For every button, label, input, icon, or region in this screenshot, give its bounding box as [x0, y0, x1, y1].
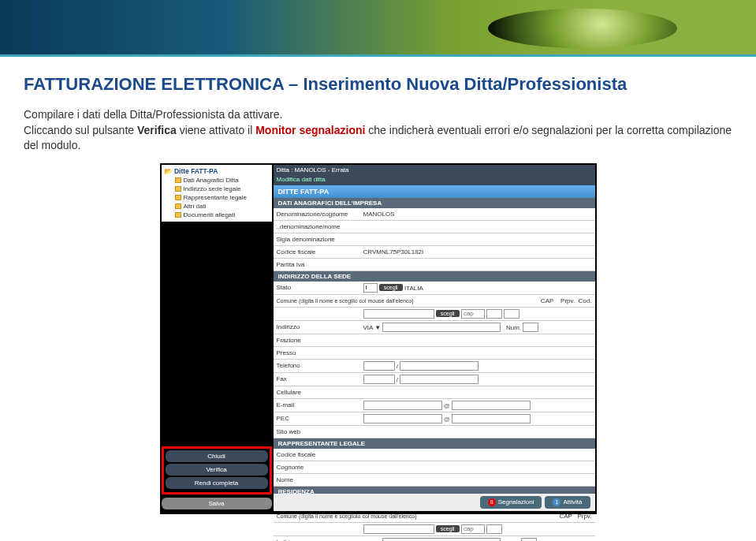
label-email: E-mail	[274, 400, 360, 410]
input-tel-pref[interactable]	[363, 361, 395, 371]
status-segnalazioni[interactable]: 8Segnalazioni	[480, 496, 542, 509]
section-rappresentante-header: RAPPRESENTANTE LEGALE	[274, 438, 595, 449]
value-cf[interactable]: CRVMNL75P30L182I	[360, 247, 595, 257]
label-sigla: Sigla denominazione	[274, 234, 360, 244]
label-nome: ..denominazione/nome	[274, 222, 360, 232]
section-anagrafici-header: DATI ANAGRAFICI DELL'IMPRESA	[274, 198, 595, 208]
intro-text: Compilare i dati della Ditta/Professioni…	[0, 101, 756, 155]
label-sito: Sito web	[274, 427, 360, 437]
input-cap[interactable]	[461, 309, 485, 319]
tree-item-rappresentante[interactable]: Rappresentante legale	[164, 193, 270, 202]
folder-icon	[175, 212, 181, 218]
btn-scegli-res-comune[interactable]: scegli	[436, 525, 460, 532]
input-res-indirizzo[interactable]	[382, 538, 501, 541]
label-denominazione: Denominazione/cognome	[274, 209, 360, 219]
form-subtitle: Modifica dati ditta	[274, 175, 595, 185]
input-pec-user[interactable]	[363, 414, 442, 423]
app-screenshot: 📂 Ditte FATT-PA Dati Anagrafici Ditta In…	[160, 163, 597, 514]
btn-scegli-stato[interactable]: scegli	[379, 284, 403, 291]
label-comune: Comune (digita il nome e sceglilo col mo…	[274, 297, 439, 305]
btn-rendi-completa[interactable]: Rendi completa	[166, 477, 268, 489]
intro-line2-p1: Cliccando sul pulsante	[24, 124, 137, 136]
label-res-indirizzo: Indirizzo	[274, 537, 360, 541]
input-res-prov[interactable]	[486, 524, 502, 534]
btn-chiudi[interactable]: Chiudi	[166, 450, 268, 462]
tree-sidebar: 📂 Ditte FATT-PA Dati Anagrafici Ditta In…	[162, 165, 272, 222]
section-indirizzo-header: INDIRIZZO DELLA SEDE	[274, 271, 595, 282]
badge-attivita: 1	[553, 498, 560, 506]
intro-monitor: Monitor segnalazioni	[255, 124, 365, 136]
intro-line2-p2: viene attivato il	[177, 124, 255, 136]
intro-line1: Compilare i dati della Ditta/Professioni…	[24, 108, 282, 121]
input-comune[interactable]	[363, 309, 434, 319]
label-rl-cf: Codice fiscale	[274, 450, 360, 460]
stato-name: ITALIA	[404, 284, 423, 291]
label-piva: Partita Iva	[274, 259, 360, 270]
tree-item-indirizzo[interactable]: Indirizzo sede legale	[164, 185, 270, 193]
value-denominazione[interactable]: MANOLOS	[360, 209, 595, 219]
form-titlebar: Ditta : MANOLOS - Errata	[274, 165, 595, 175]
input-res-cap[interactable]	[461, 524, 485, 534]
label-telefono: Telefono	[274, 360, 360, 371]
folder-icon	[175, 195, 181, 200]
folder-icon	[175, 177, 181, 183]
input-indirizzo[interactable]	[382, 323, 501, 332]
label-cellulare: Cellulare	[274, 387, 360, 397]
btn-verifica[interactable]: Verifica	[166, 464, 268, 476]
page-banner	[0, 0, 756, 57]
intro-verifica: Verifica	[137, 124, 177, 136]
tree-item-anagrafici[interactable]: Dati Anagrafici Ditta	[164, 176, 270, 185]
tree-root[interactable]: 📂 Ditte FATT-PA	[164, 167, 270, 176]
input-pec-domain[interactable]	[452, 414, 531, 423]
label-pec: PEC	[274, 413, 360, 423]
input-email-domain[interactable]	[452, 401, 531, 410]
input-res-comune[interactable]	[363, 524, 434, 534]
label-presso: Presso	[274, 348, 360, 358]
label-fax: Fax	[274, 374, 360, 384]
section-main-header: DITTE FATT-PA	[274, 185, 595, 198]
label-indirizzo: Indirizzo	[274, 322, 360, 332]
tree-item-altri[interactable]: Altri dati	[164, 202, 270, 211]
form-panel: Ditta : MANOLOS - Errata Modifica dati d…	[274, 165, 595, 491]
status-attivita[interactable]: 1Attività	[545, 496, 590, 509]
label-frazione: Frazione	[274, 335, 360, 345]
label-rl-nome: Nome	[274, 475, 360, 485]
folder-icon	[175, 203, 181, 209]
badge-segnalazioni: 8	[488, 498, 496, 506]
input-fax-num[interactable]	[400, 375, 479, 384]
label-cf: Codice fiscale	[274, 247, 360, 257]
input-prov[interactable]	[486, 309, 502, 319]
highlighted-button-group: Chiudi Verifica Rendi completa	[162, 446, 272, 494]
btn-scegli-comune[interactable]: scegli	[436, 310, 460, 317]
input-tel-num[interactable]	[400, 361, 479, 371]
btn-salva[interactable]: Salva	[162, 498, 272, 509]
input-email-user[interactable]	[363, 401, 442, 410]
action-buttons: Chiudi Verifica Rendi completa Salva	[162, 446, 272, 511]
label-res-comune: Comune (digita il nome e scegliolo col m…	[274, 512, 439, 520]
input-res-num[interactable]	[521, 538, 537, 541]
label-rl-cognome: Cognome	[274, 462, 360, 472]
input-num[interactable]	[523, 323, 538, 332]
label-stato: Stato	[274, 282, 360, 293]
tree-item-documenti[interactable]: Documenti allegati	[164, 211, 270, 219]
page-title: FATTURAZIONE ELETTRONICA – Inserimento N…	[0, 57, 756, 101]
status-bar: 8Segnalazioni 1Attività	[274, 494, 595, 511]
input-stato-code[interactable]	[363, 283, 378, 293]
input-cod[interactable]	[504, 309, 520, 319]
input-fax-pref[interactable]	[363, 375, 395, 384]
folder-icon	[175, 186, 181, 192]
